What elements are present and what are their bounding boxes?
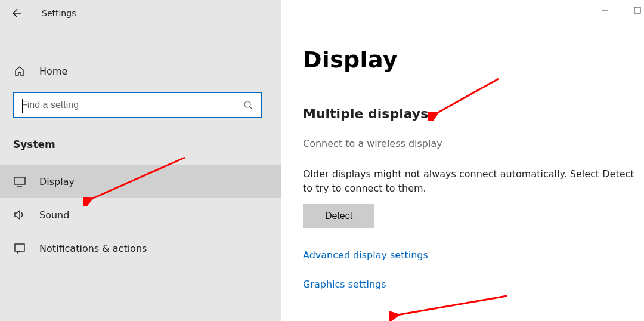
svg-rect-2	[15, 244, 24, 251]
display-icon	[13, 175, 26, 188]
page-title: Display	[303, 47, 644, 73]
advanced-display-settings-link[interactable]: Advanced display settings	[303, 249, 644, 261]
sidebar-item-label: Notifications & actions	[39, 243, 147, 254]
multiple-displays-heading: Multiple displays	[303, 106, 644, 121]
sidebar-home[interactable]: Home	[0, 56, 281, 86]
sidebar-item-sound[interactable]: Sound	[0, 198, 281, 232]
search-input[interactable]	[21, 100, 242, 110]
text-cursor-icon	[22, 99, 23, 113]
sidebar-section-header: System	[0, 118, 281, 165]
back-arrow-icon[interactable]	[11, 8, 21, 18]
window-controls	[600, 5, 644, 16]
home-icon	[13, 64, 26, 78]
graphics-settings-link[interactable]: Graphics settings	[303, 279, 644, 290]
sidebar-item-label: Sound	[39, 209, 69, 221]
sidebar-item-label: Display	[39, 176, 75, 187]
maximize-icon[interactable]	[632, 5, 643, 16]
sidebar-item-display[interactable]: Display	[0, 165, 281, 198]
sound-icon	[13, 208, 26, 221]
content-area: Display Multiple displays Connect to a w…	[281, 0, 644, 321]
sidebar: Settings Home System Display Sound	[0, 0, 281, 321]
detect-description: Older displays might not always connect …	[303, 167, 644, 196]
search-box[interactable]	[13, 92, 262, 118]
titlebar: Settings	[0, 0, 281, 26]
svg-point-0	[244, 101, 250, 107]
search-icon[interactable]	[242, 100, 254, 110]
detect-button[interactable]: Detect	[303, 204, 374, 228]
notifications-icon	[13, 242, 26, 255]
svg-rect-3	[634, 7, 640, 13]
sidebar-item-notifications[interactable]: Notifications & actions	[0, 232, 281, 265]
sidebar-home-label: Home	[39, 66, 67, 77]
search-wrap	[0, 86, 281, 118]
minimize-icon[interactable]	[600, 5, 611, 16]
wireless-display-link[interactable]: Connect to a wireless display	[303, 138, 644, 149]
svg-rect-1	[14, 177, 25, 184]
window-title: Settings	[42, 8, 76, 18]
